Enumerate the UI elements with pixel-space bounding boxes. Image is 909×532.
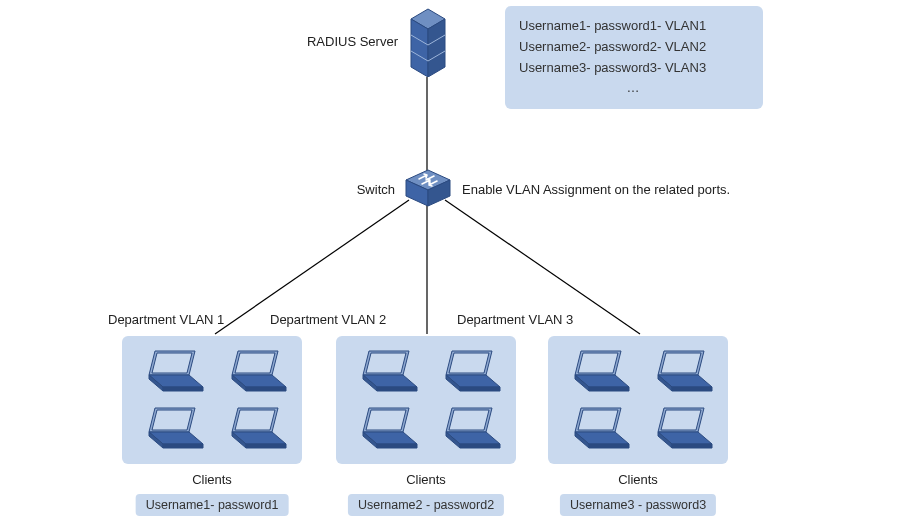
svg-marker-5 — [411, 19, 428, 77]
laptop-icon — [641, 403, 718, 454]
dept-label-3: Department VLAN 3 — [457, 312, 573, 327]
svg-marker-45 — [366, 410, 406, 430]
laptop-icon — [641, 346, 718, 397]
svg-marker-30 — [235, 410, 275, 430]
svg-marker-73 — [672, 444, 712, 448]
dept-label-1: Department VLAN 1 — [108, 312, 224, 327]
vlan-mapping-box: Username1- password1- VLAN1 Username2- p… — [505, 6, 763, 109]
clients-label-3: Clients — [618, 472, 658, 487]
svg-marker-48 — [377, 444, 417, 448]
laptop-icon — [429, 403, 506, 454]
svg-marker-6 — [428, 19, 445, 77]
credential-2: Username2 - password2 — [348, 494, 504, 516]
switch-label: Switch — [357, 182, 395, 197]
svg-marker-60 — [661, 353, 701, 373]
svg-marker-25 — [152, 410, 192, 430]
laptop-icon — [346, 346, 423, 397]
svg-marker-70 — [661, 410, 701, 430]
mapping-line: Username1- password1- VLAN1 — [519, 16, 749, 37]
dept-label-2: Department VLAN 2 — [270, 312, 386, 327]
svg-marker-43 — [460, 387, 500, 391]
clients-group-3 — [548, 336, 728, 464]
svg-marker-55 — [578, 353, 618, 373]
svg-marker-50 — [449, 410, 489, 430]
svg-marker-28 — [163, 444, 203, 448]
svg-marker-58 — [589, 387, 629, 391]
laptop-icon — [132, 403, 209, 454]
svg-marker-40 — [449, 353, 489, 373]
laptop-icon — [346, 403, 423, 454]
mapping-more: … — [519, 78, 749, 99]
server-label: RADIUS Server — [307, 34, 398, 49]
svg-marker-38 — [377, 387, 417, 391]
svg-marker-68 — [589, 444, 629, 448]
svg-marker-65 — [578, 410, 618, 430]
svg-marker-15 — [152, 353, 192, 373]
switch-icon — [404, 168, 452, 211]
laptop-icon — [558, 403, 635, 454]
svg-marker-53 — [460, 444, 500, 448]
laptop-icon — [132, 346, 209, 397]
diagram-stage: { "server_label":"RADIUS Server", "switc… — [0, 0, 909, 532]
clients-group-2 — [336, 336, 516, 464]
svg-marker-20 — [235, 353, 275, 373]
laptop-icon — [215, 346, 292, 397]
credential-3: Username3 - password3 — [560, 494, 716, 516]
laptop-icon — [215, 403, 292, 454]
mapping-line: Username3- password3- VLAN3 — [519, 58, 749, 79]
server-icon — [407, 5, 449, 80]
svg-marker-18 — [163, 387, 203, 391]
svg-marker-33 — [246, 444, 286, 448]
laptop-icon — [429, 346, 506, 397]
switch-note: Enable VLAN Assignment on the related po… — [462, 182, 730, 197]
svg-marker-35 — [366, 353, 406, 373]
svg-marker-63 — [672, 387, 712, 391]
clients-group-1 — [122, 336, 302, 464]
clients-label-1: Clients — [192, 472, 232, 487]
clients-label-2: Clients — [406, 472, 446, 487]
laptop-icon — [558, 346, 635, 397]
mapping-line: Username2- password2- VLAN2 — [519, 37, 749, 58]
credential-1: Username1- password1 — [136, 494, 289, 516]
svg-marker-23 — [246, 387, 286, 391]
